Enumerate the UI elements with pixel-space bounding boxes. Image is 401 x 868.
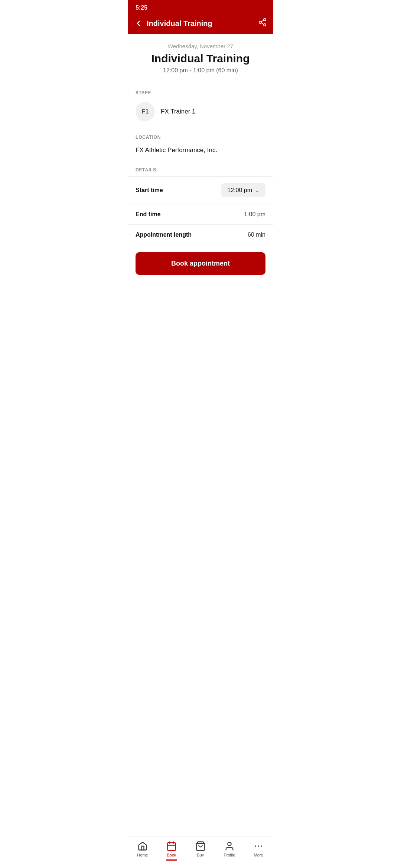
event-date: Wednesday, November 27 [136,43,265,49]
svg-line-3 [261,23,264,24]
nav-left: Individual Training [134,19,212,28]
location-section-label: LOCATION [128,129,273,144]
details-section-label: DETAILS [128,161,273,176]
start-time-dropdown[interactable]: 12:00 pm ⌄ [221,183,265,197]
staff-name: FX Trainer 1 [161,108,196,115]
appointment-length-label: Appointment length [136,231,192,238]
staff-avatar: F1 [136,102,155,121]
back-button[interactable] [134,19,143,28]
event-title: Individual Training [136,52,265,65]
svg-line-4 [261,20,264,22]
chevron-down-icon: ⌄ [255,187,260,193]
date-section: Wednesday, November 27 Individual Traini… [128,34,273,84]
staff-initials: F1 [142,108,149,115]
appointment-length-value: 60 min [248,231,265,238]
status-time: 5:25 [136,4,147,11]
staff-section-label: STAFF [128,84,273,99]
location-name: FX Athletic Performance, Inc. [128,144,273,161]
book-section: Book appointment [128,245,273,281]
top-nav: Individual Training [128,14,273,34]
end-time-label: End time [136,211,161,218]
start-time-row: Start time 12:00 pm ⌄ [128,176,273,204]
end-time-row: End time 1:00 pm [128,204,273,224]
start-time-value: 12:00 pm [227,187,252,194]
staff-row: F1 FX Trainer 1 [128,99,273,129]
start-time-label: Start time [136,187,163,194]
end-time-value: 1:00 pm [244,211,265,218]
page-title: Individual Training [147,19,212,28]
book-appointment-button[interactable]: Book appointment [136,252,265,275]
share-button[interactable] [258,18,267,29]
content: Wednesday, November 27 Individual Traini… [128,34,273,318]
event-time-range: 12:00 pm - 1:00 pm (60 min) [136,67,265,74]
status-bar: 5:25 [128,0,273,14]
appointment-length-row: Appointment length 60 min [128,224,273,245]
